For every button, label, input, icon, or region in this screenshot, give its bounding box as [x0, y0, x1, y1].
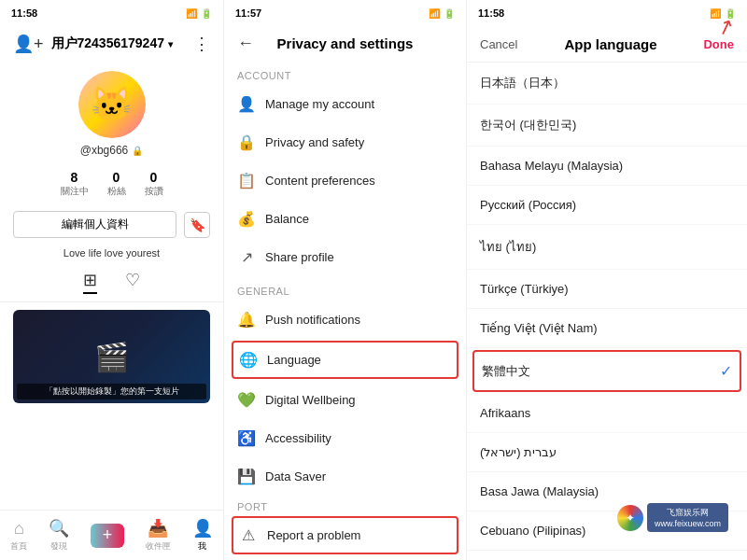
- balance-label: Balance: [265, 212, 309, 226]
- settings-content-prefs[interactable]: 📋 Content preferences: [224, 161, 466, 200]
- nav-discover[interactable]: 🔍 發現: [49, 518, 69, 553]
- settings-accessibility[interactable]: ♿ Accessibility: [224, 419, 466, 457]
- language-list: 日本語（日本） 한국어 (대한민국) Bahasa Melayu (Malays…: [467, 63, 747, 560]
- settings-manage-account[interactable]: 👤 Manage my account: [224, 85, 466, 123]
- profile-panel: 11:58 📶 🔋 👤+ 用户724356179247 ▾ ⋮ 🐱 @xbg66…: [0, 0, 224, 560]
- share-icon: ↗: [237, 248, 256, 266]
- content-icon: 📋: [237, 172, 256, 189]
- settings-privacy[interactable]: 🔒 Privacy and safety: [224, 123, 466, 161]
- done-button[interactable]: Done: [703, 37, 734, 51]
- data-saver-label: Data Saver: [265, 469, 326, 483]
- followers-stat: 0 粉絲: [107, 170, 126, 198]
- nav-home[interactable]: ⌂ 首頁: [10, 519, 27, 553]
- avatar-emoji: 🐱: [91, 85, 133, 124]
- accessibility-icon: ♿: [237, 429, 256, 447]
- home-icon: ⌂: [14, 519, 24, 539]
- language-title: App language: [564, 36, 656, 52]
- bio-text: Love life love yourest: [0, 244, 223, 262]
- dropdown-icon[interactable]: ▾: [168, 39, 173, 49]
- privacy-icon: 🔒: [237, 133, 256, 151]
- balance-icon: 💰: [237, 210, 256, 228]
- lang-korean[interactable]: 한국어 (대한민국): [467, 105, 747, 147]
- inbox-icon: 📥: [148, 518, 168, 539]
- profile-icon: 👤: [192, 518, 213, 539]
- status-icons-mid: 📶 🔋: [429, 8, 455, 19]
- status-bar-mid: 11:57 📶 🔋: [224, 0, 466, 26]
- user-handle: @xbg666 🔒: [80, 144, 144, 157]
- add-friend-icon: 👤+: [13, 34, 44, 54]
- following-stat: 8 關注中: [61, 170, 89, 198]
- bell-icon: 🔔: [237, 311, 256, 329]
- settings-balance[interactable]: 💰 Balance: [224, 200, 466, 238]
- avatar-section: 🐱 @xbg666 🔒: [0, 62, 223, 162]
- more-options-icon[interactable]: ⋮: [193, 34, 210, 54]
- share-label: Share profile: [265, 250, 334, 264]
- username: 用户724356179247 ▾: [51, 35, 173, 52]
- manage-account-label: Manage my account: [265, 97, 374, 111]
- nav-profile[interactable]: 👤 我: [192, 518, 213, 553]
- nav-create[interactable]: +: [91, 524, 124, 548]
- language-icon: 🌐: [239, 351, 258, 369]
- settings-panel: 11:57 📶 🔋 ← Privacy and settings ACCOUNT…: [224, 0, 467, 560]
- cancel-button[interactable]: Cancel: [480, 37, 517, 51]
- done-container: ↗ Done: [703, 35, 734, 52]
- report-section-label: PORT: [224, 496, 466, 514]
- report-problem-highlight: ⚠ Report a problem: [232, 516, 458, 554]
- lang-hebrew[interactable]: עברית (ישראל): [467, 433, 747, 472]
- back-arrow-icon[interactable]: ←: [237, 34, 254, 53]
- nav-inbox[interactable]: 📥 收件匣: [146, 518, 171, 553]
- lang-japanese[interactable]: 日本語（日本）: [467, 63, 747, 105]
- grid-tab[interactable]: ⊞: [83, 270, 97, 294]
- edit-profile-button[interactable]: 編輯個人資料: [13, 211, 176, 238]
- lang-czech[interactable]: Čeština (C...: [467, 551, 747, 560]
- video-thumbnail[interactable]: 🎬 「點按以開始錄製」您的第一支短片: [13, 310, 210, 403]
- settings-language[interactable]: 🌐 Language: [232, 341, 458, 379]
- time-right: 11:58: [478, 7, 504, 19]
- wellbeing-label: Digital Wellbeing: [265, 393, 356, 407]
- lang-vietnamese[interactable]: Tiếng Việt (Việt Nam): [467, 309, 747, 348]
- person-icon: 👤: [237, 95, 256, 113]
- time-mid: 11:57: [235, 7, 261, 19]
- avatar: 🐱: [78, 71, 146, 138]
- likes-stat: 0 按讚: [145, 170, 163, 198]
- action-row: 編輯個人資料 🔖: [0, 205, 223, 244]
- privacy-label: Privacy and safety: [265, 135, 364, 149]
- wellbeing-icon: 💚: [237, 391, 256, 409]
- settings-digital-wellbeing[interactable]: 💚 Digital Wellbeing: [224, 381, 466, 419]
- accessibility-label: Accessibility: [265, 431, 331, 445]
- status-bar-right: 11:58 📶 🔋: [467, 0, 747, 26]
- status-icons-left: 📶 🔋: [186, 8, 212, 19]
- stats-row: 8 關注中 0 粉絲 0 按讚: [0, 162, 223, 205]
- lang-javanese[interactable]: Basa Jawa (Malaysia): [467, 472, 747, 511]
- bookmark-icon[interactable]: 🔖: [184, 212, 210, 238]
- profile-header: 👤+ 用户724356179247 ▾ ⋮: [0, 26, 223, 62]
- settings-title: Privacy and settings: [277, 35, 414, 51]
- settings-data-saver[interactable]: 💾 Data Saver: [224, 457, 466, 496]
- language-label: Language: [267, 353, 321, 367]
- time-left: 11:58: [11, 7, 37, 19]
- content-tabs: ⊞ ♡: [0, 262, 223, 302]
- lang-traditional-chinese[interactable]: 繁體中文 ✓: [472, 350, 741, 392]
- settings-push-notifs[interactable]: 🔔 Push notifications: [224, 301, 466, 339]
- content-prefs-label: Content preferences: [265, 174, 375, 188]
- status-icons-right: 📶 🔋: [710, 8, 736, 19]
- settings-header: ← Privacy and settings: [224, 26, 466, 61]
- lang-malay[interactable]: Bahasa Melayu (Malaysia): [467, 147, 747, 186]
- lang-turkish[interactable]: Türkçe (Türkiye): [467, 270, 747, 309]
- general-section-label: GENERAL: [224, 276, 466, 301]
- lang-cebuano[interactable]: Cebuano (Pilipinas): [467, 511, 747, 551]
- push-notifs-label: Push notifications: [265, 313, 360, 327]
- lang-thai[interactable]: ไทย (ไทย): [467, 225, 747, 270]
- account-section-label: ACCOUNT: [224, 61, 466, 85]
- lock-icon: 🔒: [132, 146, 143, 156]
- lang-russian[interactable]: Русский (Россия): [467, 186, 747, 225]
- liked-tab[interactable]: ♡: [125, 270, 140, 294]
- report-icon: ⚠: [239, 526, 258, 544]
- settings-report-problem[interactable]: ⚠ Report a problem: [233, 518, 457, 553]
- data-saver-icon: 💾: [237, 468, 256, 485]
- lang-afrikaans[interactable]: Afrikaans: [467, 394, 747, 433]
- video-caption: 「點按以開始錄製」您的第一支短片: [17, 384, 206, 399]
- status-bar-left: 11:58 📶 🔋: [0, 0, 223, 26]
- settings-share-profile[interactable]: ↗ Share profile: [224, 238, 466, 276]
- report-label: Report a problem: [267, 528, 360, 542]
